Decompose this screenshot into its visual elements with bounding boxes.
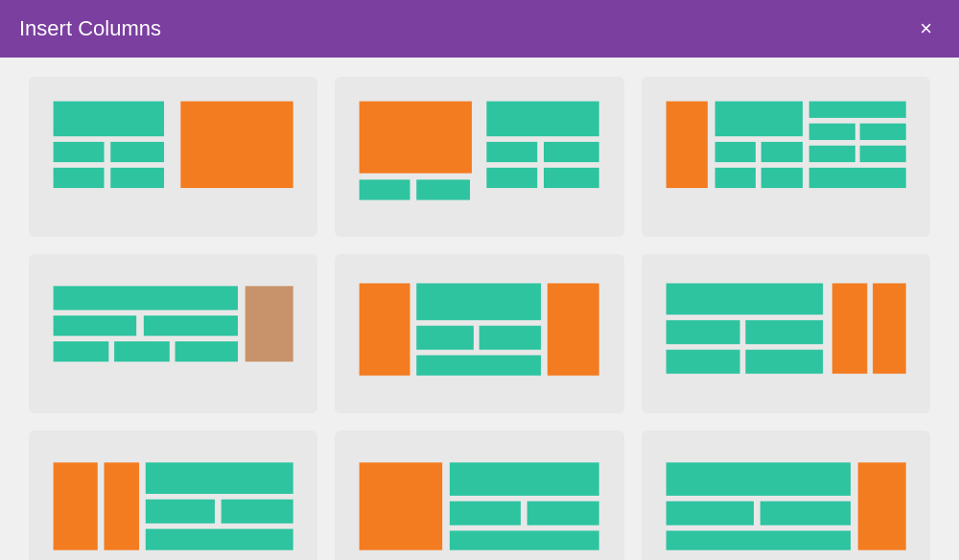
svg-rect-4 <box>110 168 164 188</box>
svg-rect-16 <box>714 142 755 162</box>
svg-rect-51 <box>146 529 293 550</box>
svg-rect-43 <box>745 349 823 373</box>
svg-rect-9 <box>487 102 599 137</box>
svg-rect-10 <box>487 142 538 162</box>
svg-rect-3 <box>54 168 105 188</box>
svg-rect-6 <box>360 102 472 174</box>
close-button[interactable]: × <box>912 14 940 43</box>
svg-rect-35 <box>417 325 475 349</box>
svg-rect-47 <box>105 463 140 550</box>
svg-rect-41 <box>745 320 823 344</box>
svg-rect-37 <box>417 355 542 375</box>
svg-rect-45 <box>873 283 906 373</box>
svg-rect-49 <box>146 500 215 524</box>
svg-rect-46 <box>54 463 98 550</box>
svg-rect-14 <box>666 102 707 188</box>
svg-rect-20 <box>808 102 905 118</box>
svg-rect-0 <box>54 102 164 137</box>
svg-rect-57 <box>666 463 850 497</box>
layout-card-7[interactable] <box>29 431 317 560</box>
svg-rect-54 <box>450 502 521 525</box>
svg-rect-23 <box>808 146 854 162</box>
svg-rect-21 <box>808 124 854 140</box>
svg-rect-7 <box>360 179 410 199</box>
svg-rect-29 <box>54 341 109 362</box>
svg-rect-40 <box>666 320 739 344</box>
svg-rect-56 <box>450 531 599 550</box>
layout-grid <box>0 58 959 560</box>
svg-rect-18 <box>714 168 755 188</box>
svg-rect-34 <box>417 283 542 319</box>
svg-rect-26 <box>54 286 238 310</box>
svg-rect-30 <box>114 341 170 362</box>
svg-rect-60 <box>666 531 850 550</box>
svg-rect-13 <box>544 168 599 188</box>
svg-rect-33 <box>360 283 410 375</box>
svg-rect-8 <box>417 179 471 199</box>
layout-card-4[interactable] <box>29 254 317 414</box>
svg-rect-59 <box>760 502 850 525</box>
insert-columns-dialog: Insert Columns × <box>0 0 959 560</box>
svg-rect-25 <box>808 168 905 188</box>
svg-rect-27 <box>54 315 137 336</box>
dialog-title: Insert Columns <box>19 16 161 41</box>
svg-rect-44 <box>831 283 867 373</box>
svg-rect-55 <box>527 502 599 525</box>
layout-card-1[interactable] <box>29 77 317 237</box>
svg-rect-24 <box>859 146 905 162</box>
svg-rect-39 <box>666 283 823 315</box>
svg-rect-52 <box>360 463 443 550</box>
layout-card-9[interactable] <box>642 431 930 560</box>
layout-card-3[interactable] <box>642 77 930 237</box>
svg-rect-53 <box>450 463 599 497</box>
svg-rect-19 <box>760 168 802 188</box>
layout-card-5[interactable] <box>335 254 623 414</box>
svg-rect-22 <box>859 124 905 140</box>
svg-rect-12 <box>487 168 538 188</box>
svg-rect-28 <box>144 315 238 336</box>
svg-rect-48 <box>146 463 293 495</box>
svg-rect-1 <box>54 142 105 162</box>
svg-rect-31 <box>175 341 238 362</box>
layout-card-2[interactable] <box>335 77 623 237</box>
svg-rect-61 <box>857 463 905 550</box>
svg-rect-17 <box>760 142 802 162</box>
svg-rect-11 <box>544 142 599 162</box>
svg-rect-38 <box>548 283 599 375</box>
svg-rect-15 <box>714 102 802 137</box>
svg-rect-50 <box>222 500 293 524</box>
svg-rect-42 <box>666 349 739 373</box>
svg-rect-32 <box>246 286 293 362</box>
layout-card-6[interactable] <box>642 254 930 414</box>
svg-rect-5 <box>180 102 292 188</box>
svg-rect-58 <box>666 502 753 525</box>
svg-rect-36 <box>480 325 541 349</box>
layout-card-8[interactable] <box>335 431 623 560</box>
svg-rect-2 <box>110 142 164 162</box>
dialog-header: Insert Columns × <box>0 0 959 58</box>
